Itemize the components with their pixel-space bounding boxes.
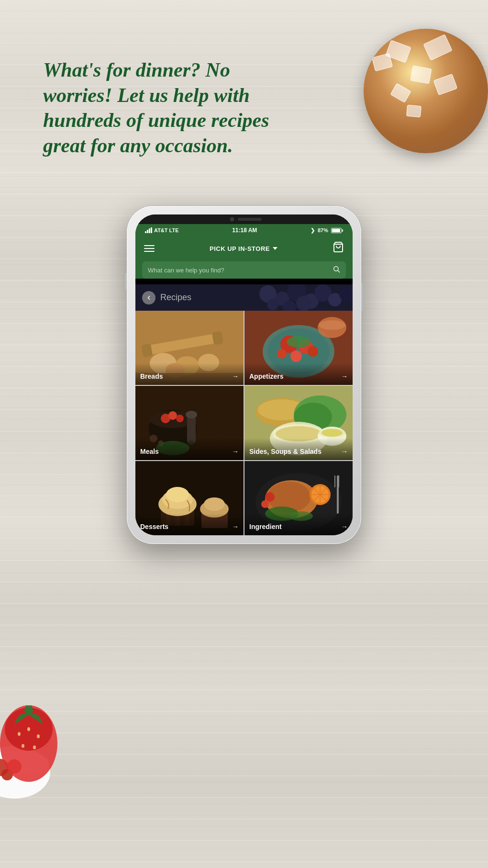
phone-camera-area bbox=[135, 214, 353, 224]
svg-point-43 bbox=[287, 336, 311, 348]
svg-point-68 bbox=[322, 429, 343, 437]
card-overlay-meals: Meals → bbox=[135, 438, 244, 460]
strawberry-decoration bbox=[0, 676, 77, 796]
card-label-ingredient: Ingredient bbox=[249, 523, 282, 530]
svg-point-7 bbox=[18, 732, 21, 736]
header-top-bar: PICK UP IN-STORE bbox=[135, 236, 353, 261]
search-icon bbox=[333, 265, 340, 275]
svg-point-8 bbox=[27, 727, 30, 731]
svg-rect-97 bbox=[338, 475, 339, 487]
card-arrow-desserts: → bbox=[232, 523, 239, 530]
battery-body bbox=[331, 228, 342, 233]
card-label-desserts: Desserts bbox=[140, 523, 168, 530]
svg-point-42 bbox=[308, 346, 318, 357]
carrier-text: AT&T LTE bbox=[154, 227, 179, 233]
pickup-label: PICK UP IN-STORE bbox=[210, 245, 270, 252]
svg-point-45 bbox=[319, 320, 345, 330]
signal-bar-4 bbox=[151, 227, 152, 233]
ice-cube-3 bbox=[423, 34, 452, 61]
category-card-appetizers[interactable]: Appetizers → bbox=[244, 311, 353, 385]
status-bar: AT&T LTE 11:18 AM ❯ 87% bbox=[135, 224, 353, 236]
svg-point-11 bbox=[33, 745, 36, 749]
svg-point-50 bbox=[168, 411, 177, 420]
svg-rect-96 bbox=[334, 475, 335, 487]
status-left: AT&T LTE bbox=[145, 227, 179, 233]
hamburger-line-2 bbox=[144, 248, 155, 249]
card-label-breads: Breads bbox=[140, 372, 163, 380]
category-card-meals[interactable]: Meals → bbox=[135, 386, 244, 460]
card-arrow-sides: → bbox=[341, 448, 348, 455]
location-icon: ❯ bbox=[311, 227, 315, 234]
drink-decoration bbox=[364, 29, 488, 182]
signal-bar-1 bbox=[145, 231, 146, 233]
search-bar[interactable]: What can we help you find? bbox=[142, 261, 346, 279]
svg-point-80 bbox=[204, 497, 225, 511]
svg-point-9 bbox=[37, 734, 40, 738]
card-arrow-breads: → bbox=[232, 372, 239, 380]
phone-outer-shell: AT&T LTE 11:18 AM ❯ 87% bbox=[127, 206, 361, 544]
phone-screen: AT&T LTE 11:18 AM ❯ 87% bbox=[135, 214, 353, 535]
time-display: 11:18 AM bbox=[232, 227, 257, 234]
pickup-selector[interactable]: PICK UP IN-STORE bbox=[210, 245, 277, 252]
battery-tip bbox=[342, 229, 343, 232]
hamburger-line-1 bbox=[144, 245, 155, 246]
card-overlay-appetizers: Appetizers → bbox=[244, 363, 353, 385]
status-right: ❯ 87% bbox=[311, 227, 343, 234]
signal-bars bbox=[145, 227, 152, 233]
svg-point-51 bbox=[176, 415, 184, 422]
chevron-down-icon bbox=[273, 247, 277, 250]
card-arrow-appetizers: → bbox=[341, 372, 348, 380]
ice-cube-6 bbox=[433, 74, 458, 95]
battery-pct-text: 87% bbox=[318, 227, 328, 233]
phone-power-button bbox=[361, 282, 363, 311]
card-overlay-breads: Breads → bbox=[135, 363, 244, 385]
ice-cube-5 bbox=[390, 83, 411, 103]
svg-point-41 bbox=[277, 349, 287, 359]
card-arrow-meals: → bbox=[232, 448, 239, 455]
svg-point-10 bbox=[22, 744, 24, 748]
signal-bar-2 bbox=[147, 230, 148, 233]
recipes-title: Recipes bbox=[160, 293, 191, 303]
ice-cube-4 bbox=[410, 66, 432, 84]
app-header: PICK UP IN-STORE What can we help you fi… bbox=[135, 236, 353, 279]
camera-dot bbox=[230, 217, 234, 221]
svg-point-94 bbox=[261, 500, 269, 508]
search-placeholder: What can we help you find? bbox=[148, 267, 329, 274]
speaker-grille bbox=[238, 218, 262, 221]
card-arrow-ingredient: → bbox=[341, 523, 348, 530]
battery-fill bbox=[332, 229, 340, 232]
card-overlay-sides: Sides, Soups & Salads → bbox=[244, 438, 353, 460]
hamburger-line-3 bbox=[144, 251, 155, 252]
phone-volume-button bbox=[125, 273, 127, 290]
card-overlay-ingredient: Ingredient → bbox=[244, 513, 353, 535]
hamburger-menu-button[interactable] bbox=[144, 245, 155, 252]
back-button[interactable] bbox=[142, 291, 155, 304]
card-overlay-desserts: Desserts → bbox=[135, 513, 244, 535]
svg-point-23 bbox=[267, 299, 278, 310]
category-card-breads[interactable]: Breads → bbox=[135, 311, 244, 385]
recipes-header: Recipes bbox=[135, 284, 353, 311]
svg-point-40 bbox=[290, 350, 302, 362]
drink-circle bbox=[364, 29, 488, 153]
ice-cube-2 bbox=[372, 53, 393, 72]
category-card-sides[interactable]: Sides, Soups & Salads → bbox=[244, 386, 353, 460]
recipe-grid: Breads → bbox=[135, 311, 353, 535]
svg-point-77 bbox=[166, 487, 189, 502]
headline-text: What's for dinner? No worries! Let us he… bbox=[43, 57, 273, 158]
card-label-meals: Meals bbox=[140, 448, 159, 455]
signal-bar-3 bbox=[149, 228, 150, 233]
svg-point-53 bbox=[186, 411, 197, 418]
card-label-sides: Sides, Soups & Salads bbox=[249, 448, 322, 455]
phone-device: AT&T LTE 11:18 AM ❯ 87% bbox=[127, 206, 361, 544]
battery-icon bbox=[331, 228, 343, 233]
svg-line-14 bbox=[338, 271, 340, 272]
cart-button[interactable] bbox=[333, 241, 344, 256]
svg-point-93 bbox=[265, 492, 275, 502]
ice-cube-7 bbox=[406, 105, 421, 118]
category-card-desserts[interactable]: Desserts → bbox=[135, 461, 244, 535]
card-label-appetizers: Appetizers bbox=[249, 372, 284, 380]
svg-point-25 bbox=[296, 296, 311, 311]
category-card-ingredient[interactable]: Ingredient → bbox=[244, 461, 353, 535]
